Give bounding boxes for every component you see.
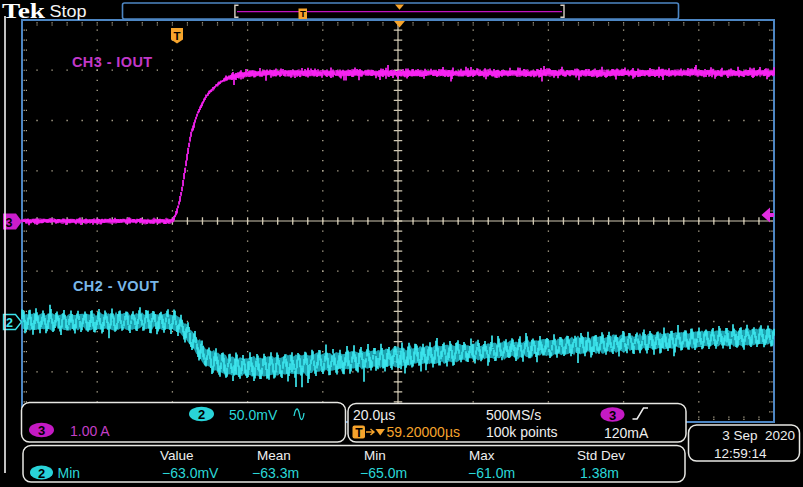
svg-text:2: 2: [38, 466, 45, 481]
svg-text:−63.0mV: −63.0mV: [162, 465, 219, 481]
svg-text:59.20000µs: 59.20000µs: [387, 424, 460, 440]
svg-text:Max: Max: [469, 448, 495, 463]
svg-text:−61.0m: −61.0m: [468, 465, 515, 481]
svg-text:20.0µs: 20.0µs: [353, 407, 395, 423]
svg-text:−65.0m: −65.0m: [360, 465, 407, 481]
svg-text:3: 3: [6, 216, 13, 230]
svg-text:CH2 - VOUT: CH2 - VOUT: [73, 278, 159, 294]
svg-text:T: T: [173, 30, 180, 42]
svg-text:500MS/s: 500MS/s: [486, 407, 541, 423]
svg-text:Tek: Tek: [2, 0, 46, 23]
svg-text:1.00 A: 1.00 A: [70, 423, 110, 439]
svg-text:12:59:14: 12:59:14: [714, 446, 767, 461]
svg-text:50.0mV: 50.0mV: [229, 407, 278, 423]
svg-text:2: 2: [198, 407, 205, 422]
svg-text:Value: Value: [160, 448, 194, 463]
svg-text:1.38m: 1.38m: [580, 465, 619, 481]
svg-text:Min: Min: [364, 448, 386, 463]
svg-text:3: 3: [609, 408, 616, 423]
svg-text:2: 2: [6, 316, 13, 330]
svg-text:CH3 - IOUT: CH3 - IOUT: [72, 54, 153, 70]
svg-text:100k points: 100k points: [486, 424, 558, 440]
svg-text:Stop: Stop: [50, 3, 87, 20]
svg-text:−63.3m: −63.3m: [252, 465, 299, 481]
svg-text:3: 3: [38, 423, 45, 438]
svg-text:Std Dev: Std Dev: [577, 448, 625, 463]
svg-text:3 Sep 2020: 3 Sep 2020: [722, 428, 795, 443]
svg-text:T: T: [300, 8, 306, 19]
svg-text:Min: Min: [58, 465, 81, 481]
svg-text:120mA: 120mA: [604, 425, 649, 441]
svg-text:Mean: Mean: [257, 448, 291, 463]
svg-text:T: T: [355, 426, 363, 440]
